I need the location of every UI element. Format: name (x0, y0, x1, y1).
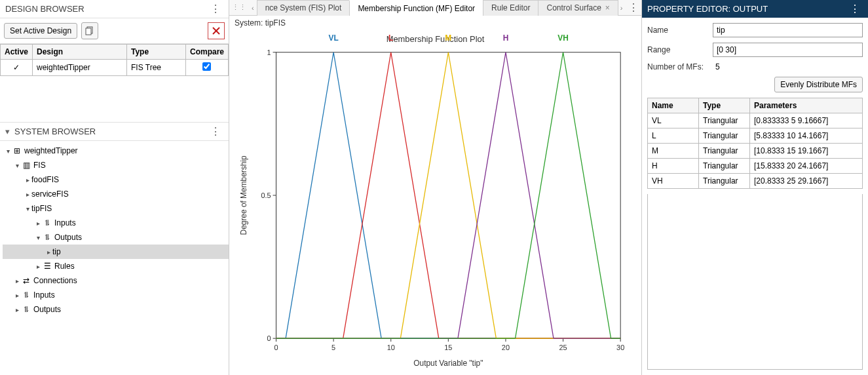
svg-text:H: H (503, 33, 509, 43)
nmfs-label: Number of MFs: (647, 62, 713, 71)
system-browser-menu-icon[interactable]: ⋮ (208, 125, 223, 138)
tabs-menu-icon[interactable]: ⋮ (626, 1, 641, 14)
design-table[interactable]: Active Design Type Compare ✓weightedTipp… (0, 44, 229, 76)
outputs-icon: ⥮ (42, 233, 52, 242)
tree-connections[interactable]: ▸⇄Connections (3, 273, 229, 288)
tree-inputs2[interactable]: ▸⥮Inputs (3, 288, 229, 302)
copy-icon[interactable] (81, 22, 98, 39)
svg-text:Degree of Membership: Degree of Membership (239, 155, 248, 235)
tree-inputs[interactable]: ▸⥮Inputs (3, 216, 229, 230)
rules-icon: ☰ (42, 262, 52, 271)
compare-checkbox[interactable] (202, 62, 211, 71)
table-row[interactable]: VHTriangular[20.8333 25 29.1667] (648, 174, 863, 189)
name-label: Name (647, 26, 713, 35)
mf-plot: Membership Function Plot05101520253000.5… (237, 31, 633, 372)
svg-text:L: L (388, 33, 393, 43)
tree-tip[interactable]: ▸tip (3, 245, 229, 259)
name-field[interactable] (713, 23, 863, 37)
property-editor-menu-icon[interactable]: ⋮ (847, 3, 863, 15)
editor-tabs: ⋮⋮ ‹ nce System (FIS) Plot Membership Fu… (229, 0, 641, 16)
svg-text:0.5: 0.5 (261, 191, 271, 199)
evenly-distribute-button[interactable]: Evenly Distribute MFs (774, 77, 863, 92)
tree-outputs[interactable]: ▾⥮Outputs (3, 230, 229, 245)
property-editor-header: PROPERTY EDITOR: OUTPUT ⋮ (642, 0, 868, 18)
svg-rect-1 (86, 28, 91, 35)
tabs-scroll-left-icon[interactable]: ‹ (249, 4, 257, 12)
tabs-scroll-handle-icon[interactable]: ⋮⋮ (229, 3, 249, 12)
table-row[interactable]: HTriangular[15.8333 20 24.1667] (648, 159, 863, 174)
delete-design-button[interactable] (208, 22, 225, 39)
svg-text:1: 1 (267, 49, 271, 56)
tree-root[interactable]: ▾⊞weightedTipper (3, 144, 229, 158)
fis-icon: ▥ (21, 161, 31, 170)
inputs-icon: ⥮ (42, 218, 52, 227)
svg-text:0: 0 (274, 344, 278, 351)
tree-icon: ⊞ (12, 146, 22, 155)
svg-text:VH: VH (557, 33, 569, 43)
mf-plot-area[interactable]: Membership Function Plot05101520253000.5… (229, 28, 641, 375)
tree-foodfis[interactable]: ▸foodFIS (3, 172, 229, 187)
svg-text:VL: VL (329, 33, 339, 43)
mf-col-name: Name (648, 98, 699, 113)
tree-fis[interactable]: ▾▥FIS (3, 158, 229, 172)
tree-tipfis[interactable]: ▾tipFIS (3, 201, 229, 216)
svg-text:5: 5 (331, 344, 335, 351)
inputs-icon: ⥮ (21, 290, 31, 300)
table-row[interactable]: MTriangular[10.8333 15 19.1667] (648, 144, 863, 159)
table-row[interactable]: ✓weightedTipperFIS Tree (1, 60, 229, 76)
col-type: Type (126, 45, 185, 60)
svg-text:30: 30 (616, 344, 624, 351)
tree-rules[interactable]: ▸☰Rules (3, 259, 229, 273)
table-row[interactable]: VLTriangular[0.833333 5 9.16667] (648, 113, 863, 128)
nmfs-value: 5 (713, 62, 720, 71)
range-label: Range (647, 45, 713, 54)
tab-rule-editor[interactable]: Rule Editor (483, 0, 538, 16)
tree-outputs2[interactable]: ▸⥮Outputs (3, 302, 229, 317)
system-browser-title: SYSTEM BROWSER (14, 127, 208, 136)
set-active-design-button[interactable]: Set Active Design (4, 23, 77, 39)
svg-text:M: M (445, 33, 451, 43)
design-browser-title: DESIGN BROWSER (5, 4, 208, 14)
svg-text:0: 0 (267, 334, 271, 342)
tab-fis-plot[interactable]: nce System (FIS) Plot (257, 0, 350, 16)
mf-col-params: Parameters (750, 98, 863, 113)
collapse-icon[interactable]: ▾ (5, 127, 12, 136)
svg-rect-5 (276, 52, 621, 338)
table-row[interactable]: LTriangular[5.83333 10 14.1667] (648, 128, 863, 144)
system-tree[interactable]: ▾⊞weightedTipper ▾▥FIS ▸foodFIS ▸service… (0, 141, 229, 375)
design-browser-menu-icon[interactable]: ⋮ (208, 3, 223, 15)
svg-text:Output Variable "tip": Output Variable "tip" (413, 359, 483, 368)
mf-col-type: Type (699, 98, 750, 113)
tab-control-surface[interactable]: Control Surface× (538, 0, 618, 16)
svg-text:Membership Function Plot: Membership Function Plot (387, 34, 485, 44)
system-label: System: tipFIS (229, 16, 641, 28)
svg-text:10: 10 (387, 344, 395, 351)
tabs-scroll-right-icon[interactable]: › (618, 4, 626, 12)
svg-text:20: 20 (502, 344, 510, 351)
system-browser-header: ▾ SYSTEM BROWSER ⋮ (0, 122, 229, 141)
tree-servicefis[interactable]: ▸serviceFIS (3, 187, 229, 201)
close-icon[interactable]: × (605, 3, 610, 12)
tab-mf-editor[interactable]: Membership Function (MF) Editor (349, 0, 483, 16)
connections-icon: ⇄ (21, 276, 31, 285)
col-active: Active (1, 45, 33, 60)
col-design: Design (33, 45, 127, 60)
design-browser-header: DESIGN BROWSER ⋮ (0, 0, 229, 18)
outputs-icon: ⥮ (21, 305, 31, 314)
mf-table[interactable]: Name Type Parameters VLTriangular[0.8333… (647, 98, 863, 189)
range-field[interactable] (713, 43, 863, 57)
svg-text:25: 25 (559, 344, 567, 351)
col-compare: Compare (185, 45, 228, 60)
property-editor-title: PROPERTY EDITOR: OUTPUT (647, 4, 768, 14)
svg-text:15: 15 (444, 344, 452, 351)
